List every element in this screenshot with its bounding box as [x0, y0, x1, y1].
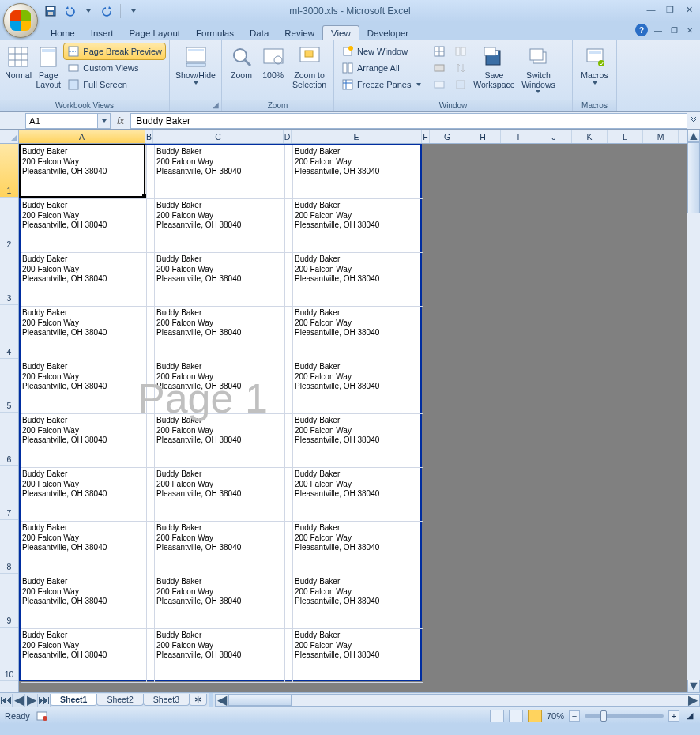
normal-view-button[interactable]: Normal	[3, 43, 33, 82]
column-header-B[interactable]: B	[145, 130, 153, 143]
zoom-out-button[interactable]: −	[569, 710, 580, 722]
cell[interactable]	[285, 199, 293, 253]
cell[interactable]: Buddy Baker200 Falcon WayPleasantville, …	[293, 360, 423, 414]
fx-icon[interactable]: fx	[117, 115, 124, 126]
row-header-8[interactable]: 8	[0, 520, 18, 574]
cell[interactable]	[147, 360, 155, 414]
cell[interactable]	[285, 414, 293, 468]
cell[interactable]: Buddy Baker200 Falcon WayPleasantville, …	[21, 145, 147, 199]
column-header-H[interactable]: H	[465, 130, 501, 143]
column-header-L[interactable]: L	[608, 130, 643, 143]
cell[interactable]	[147, 468, 155, 522]
unhide-window-button[interactable]	[430, 77, 449, 92]
row-header-2[interactable]: 2	[0, 198, 18, 251]
cell[interactable]: Buddy Baker200 Falcon WayPleasantville, …	[155, 307, 285, 360]
cell[interactable]	[285, 522, 293, 575]
save-workspace-button[interactable]: Save Workspace	[471, 43, 517, 91]
row-header-5[interactable]: 5	[0, 359, 18, 413]
tab-split-handle[interactable]	[209, 693, 213, 707]
zoom-button[interactable]: Zoom	[225, 43, 258, 82]
zoom-100-button[interactable]: 100%	[258, 43, 288, 82]
mdi-minimize[interactable]: —	[653, 24, 664, 36]
tab-nav-next[interactable]: ▶	[25, 694, 38, 707]
cell[interactable]	[147, 253, 155, 307]
status-pagebreak-view[interactable]	[528, 710, 542, 722]
macros-button[interactable]: Macros	[577, 43, 613, 86]
sheet-tab-sheet3[interactable]: Sheet3	[143, 694, 190, 706]
custom-views-button[interactable]: Custom Views	[64, 60, 165, 76]
row-header-6[interactable]: 6	[0, 413, 18, 466]
window-restore[interactable]: ❐	[662, 3, 678, 16]
column-header-C[interactable]: C	[153, 130, 284, 143]
cell[interactable]	[285, 468, 293, 522]
mdi-close[interactable]: ✕	[684, 24, 695, 36]
vertical-scrollbar[interactable]: ▲ ▼	[687, 130, 700, 692]
zoom-in-button[interactable]: +	[668, 710, 679, 722]
column-header-I[interactable]: I	[501, 130, 536, 143]
mdi-restore[interactable]: ❐	[668, 24, 679, 36]
cell[interactable]	[285, 145, 293, 199]
qat-save-button[interactable]	[43, 3, 58, 19]
row-header-4[interactable]: 4	[0, 305, 18, 359]
cell[interactable]: Buddy Baker200 Falcon WayPleasantville, …	[293, 629, 423, 683]
column-header-M[interactable]: M	[643, 130, 679, 143]
sync-scroll-button[interactable]	[451, 60, 470, 76]
zoom-selection-button[interactable]: Zoom to Selection	[288, 43, 330, 91]
help-icon[interactable]: ?	[635, 24, 648, 36]
sheet-tab-sheet1[interactable]: Sheet1	[50, 694, 97, 706]
tab-data[interactable]: Data	[242, 26, 277, 40]
cell[interactable]: Buddy Baker200 Falcon WayPleasantville, …	[293, 522, 423, 575]
split-button[interactable]	[430, 43, 449, 59]
qat-redo-button[interactable]	[100, 3, 115, 19]
cell[interactable]: Buddy Baker200 Falcon WayPleasantville, …	[21, 575, 147, 629]
cell[interactable]	[147, 307, 155, 360]
column-header-A[interactable]: A	[19, 130, 145, 143]
cell[interactable]: Buddy Baker200 Falcon WayPleasantville, …	[155, 522, 285, 575]
cell[interactable]: Buddy Baker200 Falcon WayPleasantville, …	[21, 253, 147, 307]
new-window-button[interactable]: New Window	[338, 43, 424, 59]
page-layout-button[interactable]: Page Layout	[33, 43, 63, 91]
column-header-J[interactable]: J	[536, 130, 572, 143]
cell[interactable]: Buddy Baker200 Falcon WayPleasantville, …	[293, 145, 423, 199]
window-minimize[interactable]: —	[643, 3, 659, 16]
sheet-tab-sheet2[interactable]: Sheet2	[96, 694, 143, 706]
tab-home[interactable]: Home	[43, 26, 83, 40]
qat-undo-more[interactable]	[81, 3, 96, 19]
column-header-E[interactable]: E	[292, 130, 422, 143]
office-button[interactable]	[3, 3, 38, 38]
select-all-button[interactable]	[0, 130, 18, 144]
cell[interactable]: Buddy Baker200 Falcon WayPleasantville, …	[293, 307, 423, 360]
qat-customize[interactable]	[126, 3, 141, 19]
hide-window-button[interactable]	[430, 60, 449, 76]
cell[interactable]: Buddy Baker200 Falcon WayPleasantville, …	[155, 360, 285, 414]
tab-formulas[interactable]: Formulas	[188, 26, 242, 40]
show-hide-button[interactable]: Show/Hide	[178, 43, 214, 86]
cell[interactable]: Buddy Baker200 Falcon WayPleasantville, …	[155, 414, 285, 468]
scroll-right-button[interactable]: ▶	[687, 695, 699, 706]
reset-window-button[interactable]	[451, 77, 470, 92]
cell[interactable]: Buddy Baker200 Falcon WayPleasantville, …	[293, 253, 423, 307]
scroll-up-button[interactable]: ▲	[687, 130, 700, 142]
cell[interactable]: Buddy Baker200 Falcon WayPleasantville, …	[21, 629, 147, 683]
row-header-9[interactable]: 9	[0, 574, 18, 628]
insert-sheet-tab[interactable]: ✲	[189, 694, 207, 706]
row-header-3[interactable]: 3	[0, 251, 18, 305]
status-pagelayout-view[interactable]	[509, 710, 523, 722]
column-header-F[interactable]: F	[422, 130, 430, 143]
cell[interactable]: Buddy Baker200 Falcon WayPleasantville, …	[155, 253, 285, 307]
cell[interactable]	[285, 307, 293, 360]
zoom-slider-thumb[interactable]	[600, 710, 607, 722]
status-resize-grip[interactable]: ◢	[684, 710, 695, 722]
cell[interactable]	[147, 199, 155, 253]
cell[interactable]: Buddy Baker200 Falcon WayPleasantville, …	[21, 199, 147, 253]
tab-developer[interactable]: Developer	[359, 26, 416, 40]
qat-undo-button[interactable]	[62, 3, 77, 19]
cell[interactable]: Buddy Baker200 Falcon WayPleasantville, …	[155, 575, 285, 629]
cell[interactable]	[147, 522, 155, 575]
window-close[interactable]: ✕	[681, 3, 697, 16]
tab-nav-last[interactable]: ⏭	[38, 694, 51, 707]
full-screen-button[interactable]: Full Screen	[64, 77, 165, 92]
cell[interactable]: Buddy Baker200 Falcon WayPleasantville, …	[155, 145, 285, 199]
formula-bar-expand[interactable]	[687, 113, 700, 129]
cell[interactable]: Buddy Baker200 Falcon WayPleasantville, …	[21, 522, 147, 575]
